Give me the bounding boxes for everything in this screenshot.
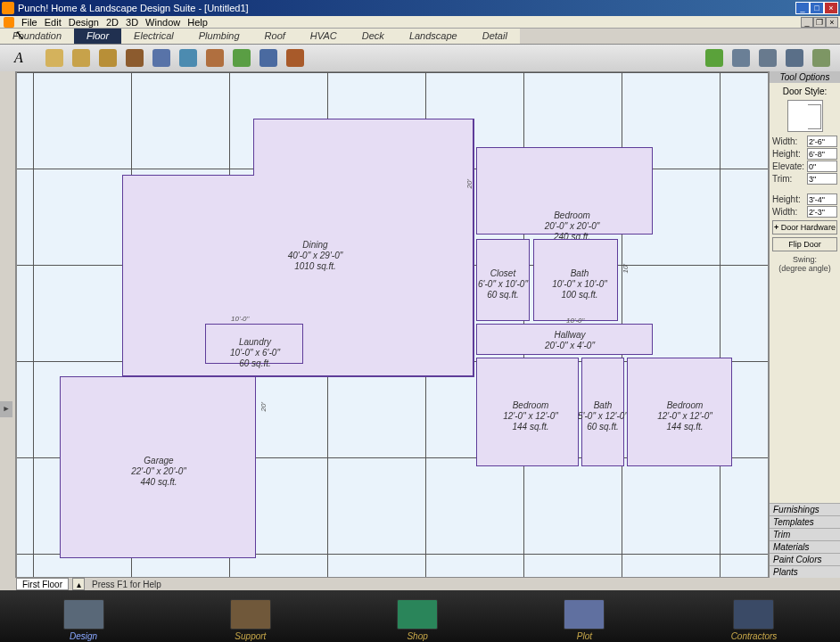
help-menu[interactable]: Help — [187, 17, 208, 28]
category-templates[interactable]: Templates — [770, 515, 840, 528]
room-bedroom-3-label: Bedroom12'-0" x 12'-0"144 sq.ft. — [650, 400, 720, 432]
eco-icon[interactable] — [703, 46, 726, 70]
door-tool-icon[interactable] — [123, 46, 146, 70]
room-bath-1-label: Bath10'-0" x 10'-0"100 sq.ft. — [547, 268, 613, 300]
door-style-thumb[interactable] — [787, 100, 823, 132]
support-icon — [230, 599, 271, 630]
swing-label: Swing: — [772, 255, 837, 264]
edit-menu[interactable]: Edit — [45, 17, 62, 28]
door-style-label: Door Style: — [772, 86, 837, 96]
doc-close-button[interactable]: × — [826, 17, 838, 28]
dimension-mark: 10'-0" — [231, 315, 249, 323]
room-bath-2-label: Bath5'-0" x 12'-0"60 sq.ft. — [575, 400, 630, 432]
tool-options-header: Tool Options — [770, 71, 840, 83]
trim-input[interactable] — [807, 173, 837, 185]
bottom-shop[interactable]: Shop — [397, 599, 438, 641]
view-2-icon[interactable] — [756, 46, 779, 70]
room-bedroom-2-label: Bedroom12'-0" x 12'-0"144 sq.ft. — [497, 400, 564, 432]
bottom-label: Plot — [564, 631, 605, 641]
window-title: Punch! Home & Landscape Design Suite - [… — [18, 3, 795, 13]
doc-minimize-button[interactable]: _ — [801, 17, 813, 28]
view-3-icon[interactable] — [783, 46, 806, 70]
tab-electrical[interactable]: Electrical — [121, 29, 186, 44]
folder-2-icon[interactable] — [70, 46, 93, 70]
doc-restore-button[interactable]: ❐ — [813, 17, 826, 28]
maximize-button[interactable]: □ — [810, 2, 824, 14]
tool-options-panel: Tool Options Door Style: Width: Height: … — [769, 71, 840, 578]
room-laundry-label: Laundry10'-0" x 6'-0"60 sq.ft. — [222, 337, 288, 369]
dimension-mark: 20' — [465, 179, 474, 188]
window-tool-icon[interactable] — [150, 46, 173, 70]
bottom-label: Support — [230, 631, 271, 641]
flip-door-button[interactable]: Flip Door — [772, 237, 837, 251]
height2-input[interactable] — [807, 193, 837, 205]
bottom-bar: DesignSupportShopPlotContractors — [0, 590, 840, 642]
window-menu[interactable]: Window — [145, 17, 180, 28]
height-label: Height: — [772, 149, 801, 159]
category-materials[interactable]: Materials — [770, 540, 840, 553]
menu-bar: File Edit Design 2D 3D Window Help — [0, 16, 840, 29]
tab-landscape[interactable]: Landscape — [397, 29, 470, 44]
mode-tabs: FoundationFloorElectricalPlumbingRoofHVA… — [0, 29, 840, 45]
bottom-contractors[interactable]: Contractors — [731, 599, 778, 641]
view-4-icon[interactable] — [810, 46, 833, 70]
text-tool[interactable]: A — [7, 46, 30, 70]
height-input[interactable] — [807, 148, 837, 160]
bottom-label: Shop — [397, 631, 438, 641]
width-input[interactable] — [807, 136, 837, 147]
door-hardware-button[interactable]: + Door Hardware — [772, 220, 837, 235]
column-tool-icon[interactable] — [257, 46, 280, 70]
floor-name[interactable]: First Floor — [16, 578, 69, 590]
plot-icon — [564, 599, 605, 630]
2d-menu[interactable]: 2D — [106, 17, 119, 28]
room-closet-label: Closet6'-0" x 10'-0"60 sq.ft. — [474, 268, 531, 300]
category-trim[interactable]: Trim — [770, 528, 840, 540]
tub-tool-icon[interactable] — [203, 46, 226, 70]
3d-menu[interactable]: 3D — [126, 17, 138, 28]
minimize-button[interactable]: _ — [795, 2, 810, 14]
shop-icon — [397, 599, 438, 630]
tab-floor[interactable]: Floor — [74, 29, 121, 44]
tab-plumbing[interactable]: Plumbing — [186, 29, 252, 44]
floor-up-button[interactable]: ▴ — [72, 578, 85, 590]
room-hallway-label: Hallway20'-0" x 4'-0" — [534, 330, 605, 351]
left-gutter: ◄ — [0, 71, 16, 578]
gutter-tab[interactable]: ◄ — [0, 401, 12, 417]
tab-deck[interactable]: Deck — [350, 29, 397, 44]
plan-canvas[interactable]: Dining40'-0" x 29'-0"1010 sq.ft. Laundry… — [16, 71, 769, 578]
elevate-input[interactable] — [807, 160, 837, 172]
folder-3-icon[interactable] — [96, 46, 119, 70]
bottom-design[interactable]: Design — [63, 599, 104, 641]
tab-roof[interactable]: Roof — [252, 29, 298, 44]
plant-tool-icon[interactable] — [230, 46, 253, 70]
room-bedroom-1-label: Bedroom20'-0" x 20'-0"240 sq.ft. — [534, 210, 610, 243]
main-toolbar: ↖A⟷ — [0, 45, 840, 71]
bottom-support[interactable]: Support — [230, 599, 271, 641]
design-menu[interactable]: Design — [69, 17, 99, 28]
status-help: Press F1 for Help — [92, 580, 161, 589]
dimension-mark: 10'-0" — [566, 317, 584, 325]
room-dining-label: Dining40'-0" x 29'-0"1010 sq.ft. — [277, 240, 353, 272]
swing-hint: (degree angle) — [772, 264, 837, 273]
tab-detail[interactable]: Detail — [470, 29, 520, 44]
contractors-icon — [733, 599, 774, 630]
folder-1-icon[interactable] — [43, 46, 66, 70]
pointer-tool[interactable]: ↖ — [7, 23, 30, 46]
brick-tool-icon[interactable] — [284, 46, 307, 70]
close-button[interactable]: × — [824, 2, 838, 14]
width2-input[interactable] — [807, 206, 837, 218]
sink-tool-icon[interactable] — [177, 46, 200, 70]
dimension-mark: 20' — [259, 402, 268, 411]
width-label: Width: — [772, 136, 797, 146]
category-furnishings[interactable]: Furnishings — [770, 503, 840, 515]
dimension-mark: 10' — [622, 264, 630, 273]
bottom-label: Contractors — [731, 631, 778, 641]
bottom-label: Design — [63, 631, 104, 641]
height2-label: Height: — [772, 194, 801, 204]
tab-hvac[interactable]: HVAC — [298, 29, 350, 44]
category-paint-colors[interactable]: Paint Colors — [770, 553, 840, 565]
title-bar: Punch! Home & Landscape Design Suite - [… — [0, 0, 840, 16]
bottom-plot[interactable]: Plot — [564, 599, 605, 641]
view-1-icon[interactable] — [729, 46, 753, 70]
category-plants[interactable]: Plants — [770, 565, 840, 578]
